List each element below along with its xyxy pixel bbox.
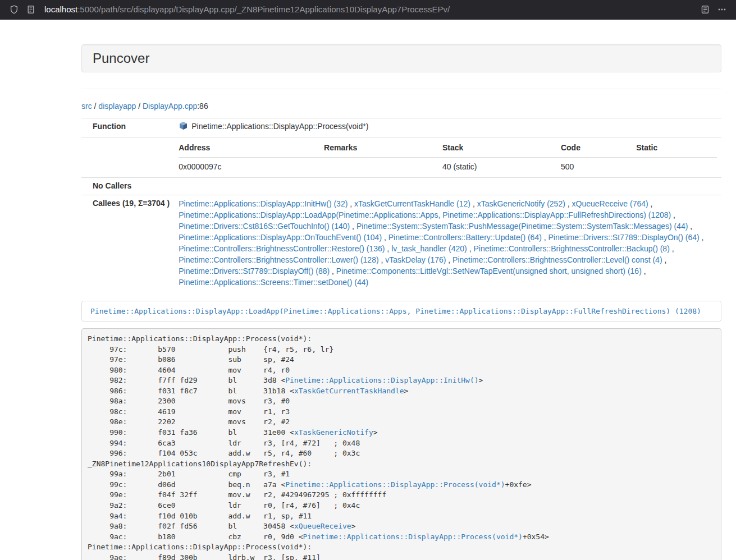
callee-separator: , <box>648 199 653 208</box>
stats-value-code: 500 <box>561 157 636 174</box>
stats-header-address: Address <box>179 140 324 157</box>
callee-separator: , <box>382 233 388 242</box>
breadcrumb-link-file[interactable]: DisplayApp.cpp <box>143 102 197 111</box>
url-input[interactable]: localhost:5000/path/src/displayapp/Displ… <box>44 3 697 15</box>
callee-separator: , <box>542 233 548 242</box>
callee-link[interactable]: Pinetime::Drivers::Cst816S::GetTouchInfo… <box>179 222 350 231</box>
stats-row-label <box>81 137 174 177</box>
stats-row: Address Remarks Stack Code Static 0x0000… <box>81 137 721 177</box>
callee-separator: , <box>662 255 667 264</box>
breadcrumb-separator: / <box>94 102 97 111</box>
callee-link[interactable]: Pinetime::Controllers::BrightnessControl… <box>179 255 378 264</box>
callee-separator: , <box>700 233 704 242</box>
function-name: Pinetime::Applications::DisplayApp::Proc… <box>191 122 368 131</box>
callee-link[interactable]: Pinetime::Components::LittleVgl::SetNewT… <box>336 267 642 276</box>
callee-separator: , <box>688 222 692 231</box>
callees-row: Callees (19, Σ=3704 ) Pinetime::Applicat… <box>81 195 721 291</box>
callee-link[interactable]: Pinetime::Controllers::BrightnessControl… <box>473 244 669 253</box>
reader-mode-icon[interactable] <box>701 5 710 14</box>
callee-separator: , <box>467 244 474 253</box>
code-symbol-link[interactable]: xTaskGenericNotify <box>294 428 373 437</box>
url-host: localhost <box>44 4 77 14</box>
code-symbol-link[interactable]: Pinetime::Applications::DisplayApp::Proc… <box>303 533 523 541</box>
callee-separator: , <box>470 199 477 208</box>
function-name-cell: Pinetime::Applications::DisplayApp::Proc… <box>174 118 721 137</box>
stats-value-static <box>636 157 717 174</box>
code-symbol-link[interactable]: xQueueReceive <box>294 522 351 530</box>
breadcrumb-separator: / <box>138 102 140 111</box>
callee-link[interactable]: lv_task_handler (420) <box>391 244 467 253</box>
callee-link[interactable]: Pinetime::Drivers::St7789::DisplayOn() (… <box>548 233 700 242</box>
callee-link[interactable]: Pinetime::Applications::DisplayApp::Load… <box>179 210 671 219</box>
app-header-panel: Puncover <box>81 44 721 72</box>
callee-separator: , <box>565 199 572 208</box>
symbol-stats-table: Address Remarks Stack Code Static 0x0000… <box>179 140 717 175</box>
callee-separator: , <box>330 267 336 276</box>
page-content: Puncover src / displayapp / DisplayApp.c… <box>81 20 721 560</box>
callee-link[interactable]: vTaskDelay (176) <box>385 255 446 264</box>
disassembly-block: Pinetime::Applications::DisplayApp::Proc… <box>81 328 721 560</box>
callee-link[interactable]: Pinetime::Applications::DisplayApp::OnTo… <box>179 233 382 242</box>
callee-link[interactable]: Pinetime::Controllers::BrightnessControl… <box>452 255 662 264</box>
breadcrumb-link-src[interactable]: src <box>81 102 92 111</box>
code-symbol-link[interactable]: Pinetime::Applications::DisplayApp::Proc… <box>285 480 505 489</box>
callee-separator: , <box>446 255 452 264</box>
top-callee-panel: Pinetime::Applications::DisplayApp::Load… <box>81 301 721 322</box>
callees-cell: Pinetime::Applications::DisplayApp::Init… <box>174 195 721 291</box>
code-symbol-link[interactable]: Pinetime::Applications::DisplayApp::Init… <box>285 376 478 384</box>
stats-header-static: Static <box>636 140 717 157</box>
stats-value-stack: 40 (static) <box>442 157 561 174</box>
callee-link[interactable]: Pinetime::System::SystemTask::PushMessag… <box>356 222 688 231</box>
callee-link[interactable]: Pinetime::Drivers::St7789::DisplayOff() … <box>179 267 330 276</box>
code-symbol-link[interactable]: xTaskGetCurrentTaskHandle <box>294 387 404 395</box>
callee-link[interactable]: xTaskGetCurrentTaskHandle (12) <box>354 199 470 208</box>
tracking-protection-shield-icon[interactable] <box>10 5 19 14</box>
callee-separator: , <box>670 244 674 253</box>
callee-separator: , <box>379 255 386 264</box>
stats-header-remarks: Remarks <box>324 140 442 157</box>
page-info-icon[interactable] <box>26 5 35 14</box>
stats-header-code: Code <box>561 140 636 157</box>
stats-cell: Address Remarks Stack Code Static 0x0000… <box>174 137 721 177</box>
callee-link[interactable]: Pinetime::Controllers::BrightnessControl… <box>179 244 385 253</box>
url-path: :5000/path/src/displayapp/DisplayApp.cpp… <box>77 4 450 14</box>
function-row: Function Pinetime::Applications::Display… <box>81 118 721 137</box>
breadcrumb-line-number: :86 <box>197 102 208 111</box>
callee-link[interactable]: xTaskGenericNotify (252) <box>477 199 565 208</box>
top-callee-link[interactable]: Pinetime::Applications::DisplayApp::Load… <box>90 307 701 315</box>
stats-value-address: 0x0000097c <box>179 157 324 174</box>
breadcrumb: src / displayapp / DisplayApp.cpp:86 <box>81 100 721 112</box>
callees-label: Callees (19, Σ=3704 ) <box>81 195 174 291</box>
callee-separator: , <box>671 210 675 219</box>
callee-link[interactable]: Pinetime::Applications::DisplayApp::Init… <box>179 199 348 208</box>
callee-separator: , <box>348 199 354 208</box>
breadcrumb-link-displayapp[interactable]: displayapp <box>98 102 136 111</box>
divider <box>81 89 721 89</box>
page-actions-menu-icon[interactable] <box>717 5 726 14</box>
callee-separator: , <box>350 222 356 231</box>
app-title: Puncover <box>93 51 149 66</box>
symbol-table: Function Pinetime::Applications::Display… <box>81 118 721 291</box>
callee-link[interactable]: Pinetime::Controllers::Battery::Update()… <box>388 233 542 242</box>
callee-separator: , <box>642 267 646 276</box>
function-icon <box>179 121 188 134</box>
callers-row: No Callers <box>81 177 721 195</box>
callee-link[interactable]: Pinetime::Applications::Screens::Timer::… <box>179 278 368 287</box>
stats-value-remarks <box>324 157 442 174</box>
no-callers-label: No Callers <box>81 177 174 195</box>
browser-url-bar: localhost:5000/path/src/displayapp/Displ… <box>0 0 736 20</box>
function-row-label: Function <box>81 118 174 137</box>
callee-separator: , <box>385 244 391 253</box>
callee-link[interactable]: xQueueReceive (764) <box>572 199 648 208</box>
callers-cell <box>174 177 721 195</box>
stats-header-stack: Stack <box>442 140 561 157</box>
